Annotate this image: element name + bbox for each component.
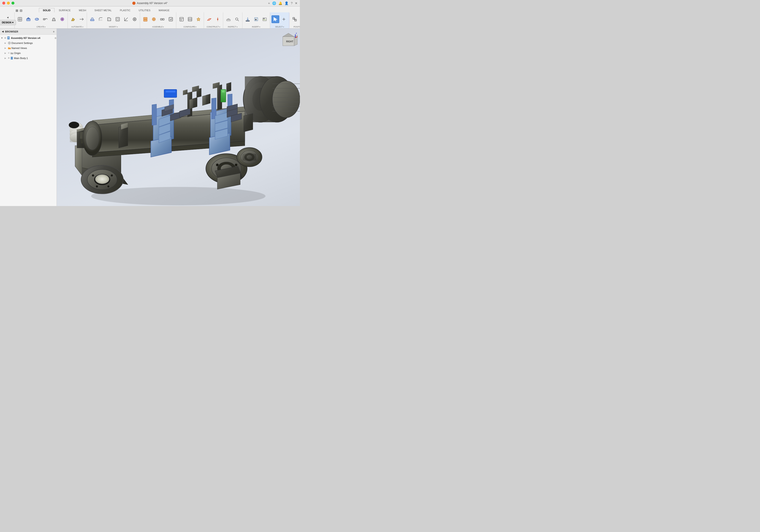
svg-rect-16 <box>116 18 119 21</box>
settings-icon[interactable]: ✕ <box>295 1 298 5</box>
position-button-2[interactable] <box>299 15 300 23</box>
as-built-joint-button[interactable] <box>150 15 158 23</box>
named-views-label: Named Views <box>12 47 27 49</box>
insert-icons: S <box>244 13 268 25</box>
position-label[interactable]: POSITION <box>294 25 300 28</box>
account-icon[interactable]: 👤 <box>285 1 288 5</box>
automate-label[interactable]: AUTOMATE <box>71 25 83 28</box>
globe-icon[interactable]: 🌐 <box>272 1 276 5</box>
tab-manage[interactable]: MANAGE <box>155 8 173 12</box>
sidebar-add-icon[interactable]: + <box>53 30 55 33</box>
axis-button[interactable] <box>214 15 221 23</box>
configure-label[interactable]: CONFIGURE <box>184 25 197 28</box>
modify-icons <box>88 13 138 25</box>
svg-marker-51 <box>274 18 277 21</box>
inspect-button-2[interactable] <box>233 15 241 23</box>
root-expander[interactable]: ▼ <box>1 37 4 39</box>
toolbar-group-configure: CONFIGURE <box>176 12 204 28</box>
toolbar-group-construct: CONSTRUCT <box>204 12 223 28</box>
motion-link-button[interactable] <box>159 15 166 23</box>
create-more-button[interactable] <box>58 15 66 23</box>
tree-item-doc-settings[interactable]: ▶ Document Settings <box>0 40 57 46</box>
svg-point-86 <box>96 185 98 188</box>
navigation-cube[interactable]: RIGHT Z X <box>279 31 298 49</box>
svg-rect-27 <box>161 19 162 20</box>
drive-button[interactable] <box>167 15 175 23</box>
create-label[interactable]: CREATE <box>37 25 46 28</box>
joint-button[interactable] <box>141 15 149 23</box>
main-body-eye-icon[interactable]: 👁 <box>8 57 10 59</box>
svg-line-18 <box>124 18 128 21</box>
origin-eye-icon[interactable]: 👁 <box>8 52 10 54</box>
automate-button-1[interactable] <box>69 15 77 23</box>
scale-button[interactable] <box>122 15 130 23</box>
insert-label[interactable]: INSERT <box>252 25 261 28</box>
app-menu-icon[interactable]: ⊟ <box>20 9 23 12</box>
toolbar-group-select: SELECT <box>270 12 289 28</box>
loft-button[interactable] <box>50 15 58 23</box>
tree-item-main-body[interactable]: ▶ 👁 Main Body:1 <box>0 56 57 61</box>
tab-mesh[interactable]: MESH <box>75 8 90 12</box>
minimize-button[interactable] <box>7 2 10 5</box>
create-new-body-button[interactable] <box>16 15 24 23</box>
tree-item-named-views[interactable]: ▶ Named Views <box>0 46 57 51</box>
insert-image-button[interactable] <box>261 15 268 23</box>
press-pull-button[interactable] <box>88 15 96 23</box>
back-icon[interactable]: ◀ <box>6 16 9 19</box>
modify-label[interactable]: MODIFY <box>109 25 118 28</box>
tree-item-origin[interactable]: ▶ 👁 Origin <box>0 51 57 56</box>
root-settings-icon[interactable]: ⚙ <box>55 37 57 39</box>
inspect-label[interactable]: INSPECT <box>228 25 238 28</box>
tab-utilities[interactable]: UTILITIES <box>135 8 154 12</box>
tab-surface[interactable]: SURFACE <box>55 8 74 12</box>
tab-plastic[interactable]: PLASTIC <box>116 8 134 12</box>
viewport[interactable]: RIGHT Z X <box>57 28 300 206</box>
revolve-button[interactable] <box>33 15 41 23</box>
3d-model-viewport[interactable] <box>57 28 300 206</box>
svg-rect-161 <box>243 154 257 161</box>
automate-button-2[interactable] <box>77 15 85 23</box>
svg-point-93 <box>86 127 99 150</box>
design-section: ◀ DESIGN ▾ <box>1 12 15 28</box>
svg-rect-28 <box>163 19 164 20</box>
configure-button-1[interactable] <box>178 15 185 23</box>
grid-icon[interactable]: ⊞ <box>16 9 18 12</box>
configure-button-2[interactable] <box>186 15 194 23</box>
construct-label[interactable]: CONSTRUCT <box>207 25 220 28</box>
select-icons <box>271 13 288 25</box>
sweep-button[interactable] <box>41 15 49 23</box>
right-disk <box>237 147 262 167</box>
maximize-button[interactable] <box>12 2 15 5</box>
select-more-button[interactable] <box>280 15 288 23</box>
svg-marker-131 <box>226 82 231 92</box>
root-eye-icon[interactable]: 👁 <box>4 37 6 39</box>
configure-button-3[interactable] <box>195 15 202 23</box>
collapse-sidebar-icon[interactable]: ◀ <box>2 30 4 33</box>
tab-sheet-metal[interactable]: SHEET METAL <box>90 8 116 12</box>
tab-solid[interactable]: SOLID <box>39 8 55 12</box>
help-icon[interactable]: ? <box>291 1 293 5</box>
svg-rect-49 <box>263 18 266 21</box>
close-button[interactable] <box>2 2 5 5</box>
notifications-icon[interactable]: 🔔 <box>278 1 282 5</box>
root-doc-icon <box>7 36 11 40</box>
position-button-1[interactable] <box>291 15 299 23</box>
svg-point-39 <box>217 19 218 20</box>
insert-svg-button[interactable]: S <box>252 15 260 23</box>
insert-mcmaster-button[interactable] <box>244 15 252 23</box>
svg-marker-126 <box>183 89 187 95</box>
assemble-label[interactable]: ASSEMBLE <box>152 25 164 28</box>
select-button[interactable] <box>271 15 279 23</box>
select-label[interactable]: SELECT <box>275 25 284 28</box>
doc-settings-label: Document Settings <box>12 42 33 44</box>
design-button[interactable]: DESIGN ▾ <box>0 20 16 25</box>
chamfer-button[interactable] <box>105 15 113 23</box>
fillet-button[interactable] <box>97 15 105 23</box>
shell-button[interactable] <box>114 15 121 23</box>
measure-button[interactable] <box>224 15 232 23</box>
new-window-icon[interactable]: + <box>268 1 270 5</box>
modify-more-button[interactable] <box>131 15 138 23</box>
tree-item-root[interactable]: ▼ 👁 Assembly KF Version v4 ⚙ <box>0 35 57 40</box>
plane-button[interactable] <box>205 15 213 23</box>
extrude-button[interactable] <box>24 15 32 23</box>
